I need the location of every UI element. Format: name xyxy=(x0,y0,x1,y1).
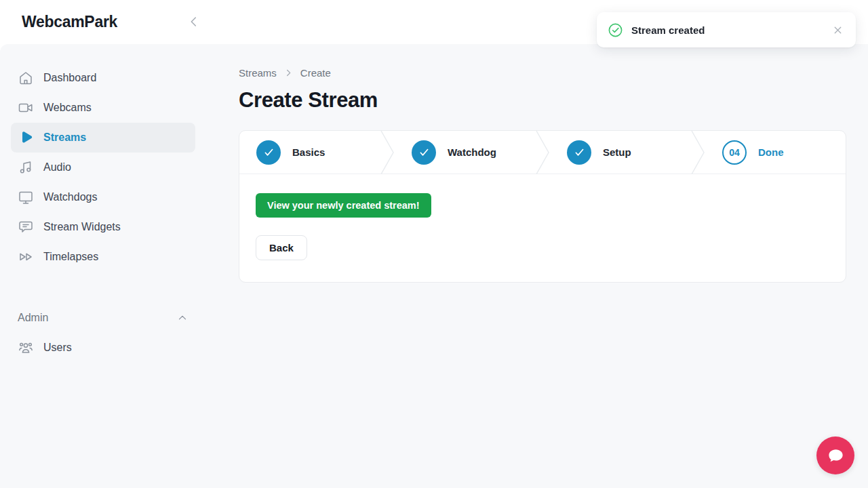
fast-forward-icon xyxy=(18,249,34,265)
sidebar-item-timelapses[interactable]: Timelapses xyxy=(11,242,195,272)
step-number-badge: 04 xyxy=(722,140,747,165)
app-shell: Dashboard Webcams Streams Audio Watchdog xyxy=(0,44,868,488)
sidebar-item-stream-widgets[interactable]: Stream Widgets xyxy=(11,212,195,242)
monitor-icon xyxy=(18,189,34,205)
chevron-up-icon xyxy=(176,312,189,324)
chevron-right-icon xyxy=(283,68,294,78)
breadcrumb-streams[interactable]: Streams xyxy=(239,67,277,79)
create-stream-card: Basics Watchdog Setup xyxy=(239,130,846,283)
step-label: Watchdog xyxy=(448,146,496,158)
check-circle-icon xyxy=(608,22,623,38)
sidebar-item-label: Streams xyxy=(43,131,86,144)
sidebar-item-label: Users xyxy=(43,342,72,354)
sidebar-section-admin[interactable]: Admin xyxy=(11,303,195,333)
sidebar-item-streams[interactable]: Streams xyxy=(11,123,195,152)
sidebar-item-label: Watchdogs xyxy=(43,191,97,203)
sidebar-item-label: Dashboard xyxy=(43,72,96,84)
video-camera-icon xyxy=(18,100,34,116)
sidebar-nav: Dashboard Webcams Streams Audio Watchdog xyxy=(0,44,206,488)
step-check-icon xyxy=(412,140,436,165)
message-bubble-icon xyxy=(18,219,34,235)
app-logo: WebcamPark xyxy=(22,13,117,31)
step-basics[interactable]: Basics xyxy=(239,131,380,174)
step-setup[interactable]: Setup xyxy=(550,131,690,174)
sidebar-item-label: Audio xyxy=(43,161,71,174)
view-stream-button[interactable]: View your newly created stream! xyxy=(256,193,431,218)
sidebar-item-label: Webcams xyxy=(43,102,92,114)
sidebar-item-label: Stream Widgets xyxy=(43,221,121,233)
step-label: Basics xyxy=(292,146,325,158)
sidebar-item-audio[interactable]: Audio xyxy=(11,152,195,182)
main-content: Streams Create Create Stream Basics xyxy=(206,44,868,488)
page-title: Create Stream xyxy=(239,88,846,113)
card-body: View your newly created stream! Back xyxy=(239,174,846,282)
toast-close-button[interactable] xyxy=(830,22,845,37)
step-separator xyxy=(535,131,550,174)
section-label: Admin xyxy=(18,312,48,324)
music-note-icon xyxy=(18,159,34,176)
chevron-left-icon xyxy=(186,14,201,29)
step-done[interactable]: 04 Done xyxy=(705,131,846,174)
users-icon xyxy=(18,340,34,356)
home-icon xyxy=(18,70,34,86)
sidebar-item-watchdogs[interactable]: Watchdogs xyxy=(11,182,195,212)
sidebar-collapse-button[interactable] xyxy=(184,12,203,31)
toast-notification: Stream created xyxy=(597,12,856,47)
back-button[interactable]: Back xyxy=(256,235,307,260)
step-check-icon xyxy=(256,140,281,165)
toast-message: Stream created xyxy=(631,24,705,36)
step-check-icon xyxy=(567,140,591,165)
stepper: Basics Watchdog Setup xyxy=(239,131,846,174)
breadcrumb: Streams Create xyxy=(239,67,846,79)
sidebar-item-webcams[interactable]: Webcams xyxy=(11,93,195,123)
sidebar-item-users[interactable]: Users xyxy=(11,333,195,363)
close-icon xyxy=(832,24,844,36)
step-watchdog[interactable]: Watchdog xyxy=(395,131,535,174)
step-separator xyxy=(380,131,395,174)
sidebar-item-label: Timelapses xyxy=(43,251,98,263)
step-separator xyxy=(690,131,705,174)
sidebar-item-dashboard[interactable]: Dashboard xyxy=(11,63,195,93)
breadcrumb-create[interactable]: Create xyxy=(300,67,331,79)
step-label: Done xyxy=(758,146,784,158)
chat-bubble-icon xyxy=(825,445,846,466)
chat-launcher-button[interactable] xyxy=(816,436,854,474)
step-label: Setup xyxy=(603,146,631,158)
play-icon xyxy=(18,129,34,146)
